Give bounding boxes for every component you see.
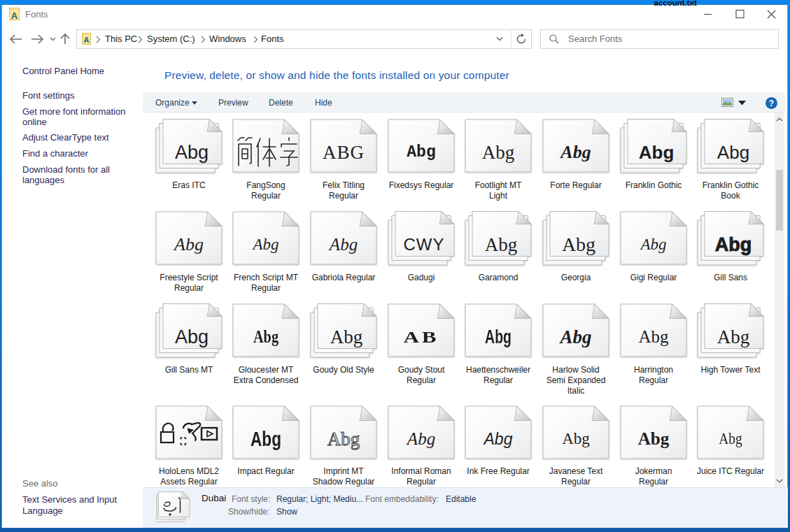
svg-text:?: ? [769, 99, 774, 108]
svg-text:A: A [11, 10, 18, 21]
svg-text:A: A [84, 36, 90, 44]
